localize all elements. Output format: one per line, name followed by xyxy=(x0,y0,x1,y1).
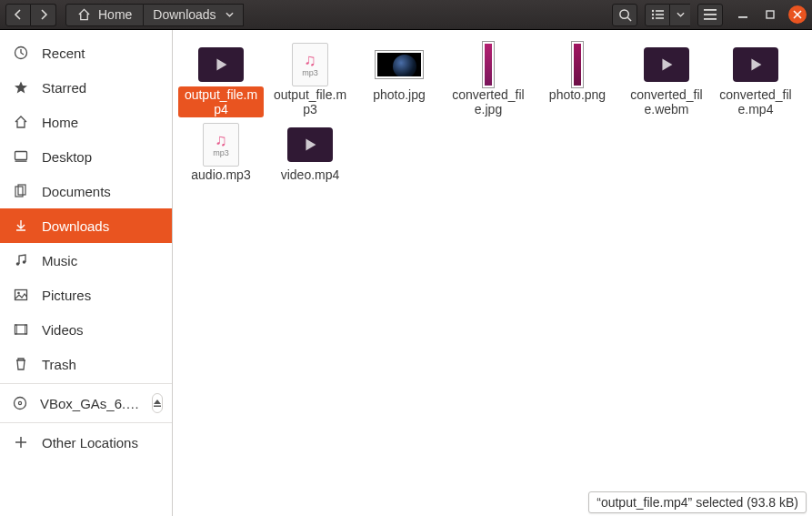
svg-point-18 xyxy=(16,262,20,266)
disc-icon xyxy=(13,396,27,410)
maximize-button[interactable] xyxy=(761,5,779,24)
file-item[interactable]: converted_file.mp4 xyxy=(711,41,800,121)
sidebar-item-label: Music xyxy=(42,253,77,268)
audio-thumb-icon: ♫mp3 xyxy=(203,123,239,167)
sidebar-mount-label: VBox_GAs_6.… xyxy=(40,396,139,411)
chevron-right-icon xyxy=(39,9,48,20)
video-thumb-icon xyxy=(287,127,333,162)
file-item[interactable]: converted_file.webm xyxy=(622,41,711,121)
svg-rect-27 xyxy=(154,406,161,408)
sidebar-item-videos[interactable]: Videos xyxy=(0,312,172,347)
sidebar-item-label: Downloads xyxy=(42,218,109,234)
file-label: output_file.mp3 xyxy=(267,86,353,117)
svg-rect-9 xyxy=(704,14,717,15)
video-thumb-icon xyxy=(198,47,244,82)
file-thumb xyxy=(465,45,512,85)
sidebar-item-pictures[interactable]: Pictures xyxy=(0,278,172,312)
content-area[interactable]: output_file.mp4♫mp3output_file.mp3photo.… xyxy=(173,30,812,516)
menu-button[interactable] xyxy=(697,4,723,26)
headerbar: Home Downloads xyxy=(0,0,812,30)
sidebar-divider xyxy=(0,422,172,423)
chevron-left-icon xyxy=(14,9,23,20)
file-label: photo.png xyxy=(546,86,609,103)
plus-icon xyxy=(13,436,29,449)
hamburger-icon xyxy=(704,9,717,20)
sidebar-other-label: Other Locations xyxy=(42,435,138,450)
file-item[interactable]: ♫mp3output_file.mp3 xyxy=(266,41,355,121)
window-controls xyxy=(734,5,807,24)
svg-rect-15 xyxy=(15,161,27,162)
file-thumb: ♫mp3 xyxy=(197,125,245,165)
sidebar-item-label: Recent xyxy=(42,46,85,61)
list-view-button[interactable] xyxy=(645,4,670,26)
sidebar-item-music[interactable]: Music xyxy=(0,243,172,278)
video-thumb-icon xyxy=(644,47,689,82)
sidebar-item-documents[interactable]: Documents xyxy=(0,174,172,208)
main-split: RecentStarredHomeDesktopDocumentsDownloa… xyxy=(0,30,812,516)
sidebar-item-label: Pictures xyxy=(42,288,91,303)
svg-rect-8 xyxy=(704,9,717,11)
video-icon xyxy=(13,322,29,337)
nav-group xyxy=(5,4,56,26)
sidebar-item-desktop[interactable]: Desktop xyxy=(0,139,172,174)
file-item[interactable]: ♫mp3audio.mp3 xyxy=(176,121,266,187)
sidebar-item-home[interactable]: Home xyxy=(0,105,172,139)
svg-rect-3 xyxy=(656,10,664,12)
chevron-down-icon xyxy=(226,12,234,18)
close-icon xyxy=(793,10,802,19)
search-button[interactable] xyxy=(612,4,637,26)
svg-point-21 xyxy=(17,292,20,295)
close-button[interactable] xyxy=(788,5,807,24)
svg-line-1 xyxy=(627,17,631,21)
view-dropdown-button[interactable] xyxy=(670,4,690,26)
file-label: audio.mp3 xyxy=(187,167,254,183)
sidebar-item-label: Videos xyxy=(42,322,84,338)
sidebar-mount-vbox[interactable]: VBox_GAs_6.… xyxy=(0,386,172,420)
home-icon xyxy=(77,8,91,21)
file-item[interactable]: video.mp4 xyxy=(266,121,355,187)
image-thumb-icon xyxy=(483,42,494,87)
sidebar-other-locations[interactable]: Other Locations xyxy=(0,425,172,460)
path-crumb-downloads[interactable]: Downloads xyxy=(144,4,243,26)
svg-point-4 xyxy=(652,14,654,15)
sidebar-item-label: Desktop xyxy=(42,149,92,165)
svg-point-25 xyxy=(15,398,26,410)
file-thumb xyxy=(286,125,334,165)
file-item[interactable]: photo.png xyxy=(533,41,622,121)
path-home-label: Home xyxy=(98,7,132,22)
svg-point-19 xyxy=(23,260,26,264)
list-icon xyxy=(651,9,664,20)
minimize-button[interactable] xyxy=(734,5,752,24)
eject-button[interactable] xyxy=(152,393,163,413)
file-item[interactable]: photo.jpg xyxy=(355,41,444,121)
svg-point-2 xyxy=(652,10,654,12)
documents-icon xyxy=(13,184,29,198)
sidebar-divider xyxy=(0,383,172,384)
sidebar-item-label: Trash xyxy=(42,357,76,372)
sidebar-item-label: Home xyxy=(42,115,78,130)
svg-rect-11 xyxy=(738,16,747,18)
svg-rect-24 xyxy=(25,325,27,334)
file-thumb xyxy=(376,45,423,85)
file-thumb xyxy=(643,45,690,85)
forward-button[interactable] xyxy=(31,4,56,26)
file-thumb xyxy=(554,45,601,85)
sidebar: RecentStarredHomeDesktopDocumentsDownloa… xyxy=(0,30,173,516)
path-home-button[interactable]: Home xyxy=(65,4,144,26)
view-controls xyxy=(645,4,690,26)
sidebar-item-starred[interactable]: Starred xyxy=(0,70,172,105)
file-item[interactable]: output_file.mp4 xyxy=(176,41,266,121)
svg-rect-10 xyxy=(704,18,717,20)
eject-icon xyxy=(153,399,162,408)
music-icon xyxy=(13,253,29,268)
sidebar-item-recent[interactable]: Recent xyxy=(0,35,172,70)
file-label: video.mp4 xyxy=(277,167,344,183)
sidebar-item-downloads[interactable]: Downloads xyxy=(0,208,172,243)
sidebar-item-trash[interactable]: Trash xyxy=(0,347,172,381)
download-icon xyxy=(13,218,29,233)
back-button[interactable] xyxy=(5,4,31,26)
file-thumb xyxy=(197,45,245,85)
path-bar: Home Downloads xyxy=(65,4,244,26)
file-item[interactable]: converted_file.jpg xyxy=(444,41,533,121)
picture-icon xyxy=(13,288,29,302)
